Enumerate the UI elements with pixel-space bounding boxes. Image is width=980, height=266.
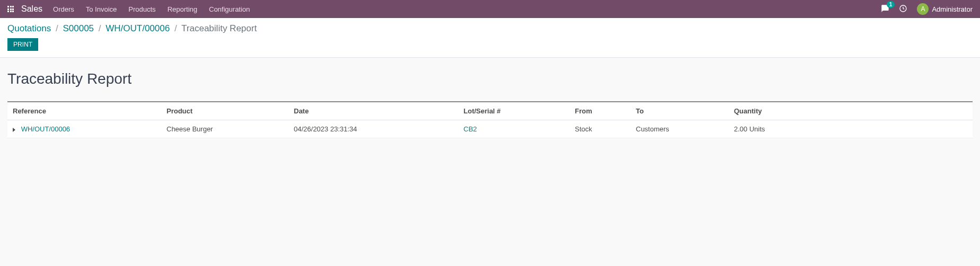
breadcrumb-separator: / xyxy=(99,23,101,33)
menu-orders[interactable]: Orders xyxy=(53,5,74,13)
table-row[interactable]: WH/OUT/00006 Cheese Burger 04/26/2023 23… xyxy=(7,120,973,138)
cell-lot: CB2 xyxy=(458,120,570,138)
col-reference: Reference xyxy=(7,102,161,120)
chat-icon[interactable]: 1 xyxy=(881,4,889,14)
page-title: Traceability Report xyxy=(7,70,973,87)
breadcrumb: Quotations / S00005 / WH/OUT/00006 / Tra… xyxy=(7,23,973,34)
menu-configuration[interactable]: Configuration xyxy=(209,5,250,13)
apps-icon[interactable] xyxy=(7,6,14,12)
col-product: Product xyxy=(161,102,288,120)
breadcrumb-whout00006[interactable]: WH/OUT/00006 xyxy=(106,23,170,33)
cell-from: Stock xyxy=(570,120,631,138)
top-navbar: Sales Orders To Invoice Products Reporti… xyxy=(0,0,980,18)
chat-badge: 1 xyxy=(887,1,895,8)
app-brand[interactable]: Sales xyxy=(21,4,42,14)
col-quantity: Quantity xyxy=(729,102,973,120)
breadcrumb-separator: / xyxy=(174,23,177,33)
menu-to-invoice[interactable]: To Invoice xyxy=(86,5,117,13)
breadcrumb-quotations[interactable]: Quotations xyxy=(7,23,51,33)
cell-to: Customers xyxy=(631,120,729,138)
breadcrumb-separator: / xyxy=(56,23,58,33)
cell-date: 04/26/2023 23:31:34 xyxy=(288,120,458,138)
cell-reference: WH/OUT/00006 xyxy=(7,120,161,138)
content-area: Traceability Report Reference Product Da… xyxy=(0,58,980,151)
cell-quantity: 2.00 Units xyxy=(729,120,973,138)
col-from: From xyxy=(570,102,631,120)
user-menu[interactable]: A Administrator xyxy=(917,3,973,15)
col-date: Date xyxy=(288,102,458,120)
col-to: To xyxy=(631,102,729,120)
breadcrumb-current: Traceability Report xyxy=(181,23,257,33)
caret-right-icon[interactable] xyxy=(13,128,15,132)
traceability-table: Reference Product Date Lot/Serial # From… xyxy=(7,101,973,138)
clock-icon[interactable] xyxy=(899,4,907,14)
menu-reporting[interactable]: Reporting xyxy=(168,5,197,13)
breadcrumb-s00005[interactable]: S00005 xyxy=(63,23,94,33)
print-button[interactable]: PRINT xyxy=(7,38,38,51)
avatar: A xyxy=(917,3,929,15)
table-header-row: Reference Product Date Lot/Serial # From… xyxy=(7,102,973,120)
cell-product: Cheese Burger xyxy=(161,120,288,138)
col-lot: Lot/Serial # xyxy=(458,102,570,120)
control-panel: Quotations / S00005 / WH/OUT/00006 / Tra… xyxy=(0,18,980,58)
reference-link[interactable]: WH/OUT/00006 xyxy=(21,125,70,133)
menu-products[interactable]: Products xyxy=(128,5,155,13)
lot-link[interactable]: CB2 xyxy=(463,125,477,133)
username: Administrator xyxy=(932,5,973,13)
